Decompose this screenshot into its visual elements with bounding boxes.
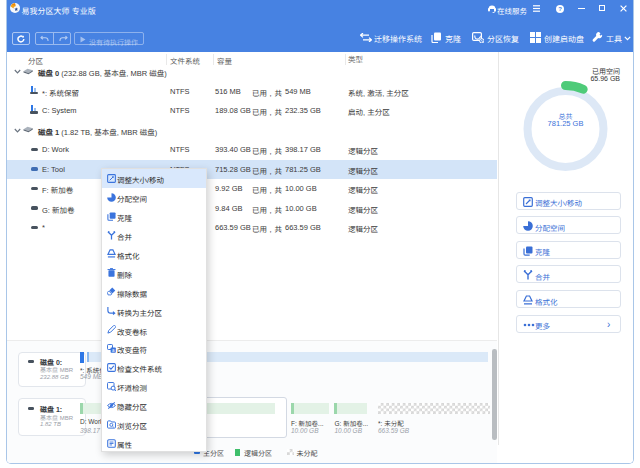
svg-text:?: ?: [558, 6, 562, 12]
